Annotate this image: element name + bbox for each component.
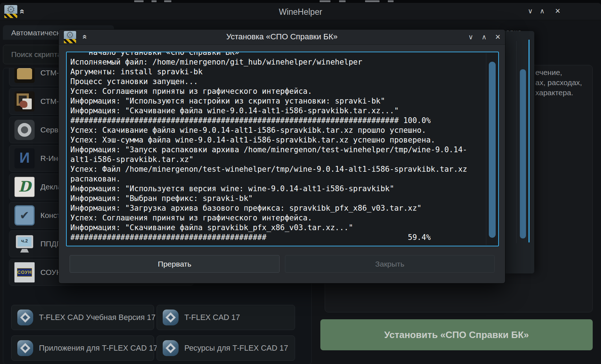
maximize-icon[interactable]: ∧ xyxy=(479,32,489,42)
background-dialog-edge xyxy=(505,31,534,273)
description-text-fragment: характера. xyxy=(535,88,573,97)
close-icon[interactable]: ✕ xyxy=(553,6,563,16)
main-window-title: WineHelper xyxy=(0,7,601,17)
background-window-fragment xyxy=(339,0,346,2)
minimize-icon[interactable]: ∨ xyxy=(525,6,535,16)
list-item-label: Конст xyxy=(40,202,61,228)
button-label: T-FLEX CAD 17 xyxy=(184,305,240,330)
installation-dialog: ⚙ « Установка «СПО Справки БК» ∨ ∧ ✕ нач… xyxy=(59,30,505,283)
description-text-fragment: ечение, xyxy=(535,68,562,77)
tflex-apps-button[interactable]: Приложения для T-FLEX CAD 17 xyxy=(11,336,154,361)
tflex-logo-icon xyxy=(17,310,33,325)
dialog-titlebar: ⚙ « Установка «СПО Справки БК» ∨ ∧ ✕ xyxy=(59,30,505,45)
focus-border-edge xyxy=(528,40,530,242)
letter-i-icon: И xyxy=(14,148,35,168)
tflex-cad-button[interactable]: T-FLEX CAD 17 xyxy=(157,305,295,330)
install-log-output[interactable]: начало установки «СПО Справки БК» Исполн… xyxy=(66,52,499,246)
install-spravki-bk-button[interactable]: Установить «СПО Справки БК» xyxy=(320,319,593,350)
stm-frame-icon xyxy=(14,91,35,111)
maximize-icon[interactable]: ∧ xyxy=(537,6,547,16)
log-text: начало установки «СПО Справки БК» Исполн… xyxy=(70,52,467,242)
close-icon[interactable]: ✕ xyxy=(493,32,503,42)
ring-icon xyxy=(14,120,35,140)
abort-button[interactable]: Прервать xyxy=(70,255,280,273)
background-window-fragment xyxy=(388,0,394,2)
button-label: Ресурсы для T-FLEX CAD 17 xyxy=(184,336,288,360)
main-titlebar: ⚙ « WineHelper ∨ ∧ ✕ xyxy=(0,3,601,20)
dialog-title: Установка «СПО Справки БК» xyxy=(59,32,505,41)
screen-check-icon: ✔ xyxy=(14,205,35,225)
background-window-fragment xyxy=(320,0,330,2)
tflex-resources-button[interactable]: Ресурсы для T-FLEX CAD 17 xyxy=(157,336,295,361)
description-text-fragment: ах, расходах, xyxy=(535,78,582,87)
tflex-cad-study-button[interactable]: T-FLEX CAD Учебная Версия 17 xyxy=(11,305,154,330)
tflex-logo-icon xyxy=(163,340,179,356)
tflex-logo-icon xyxy=(17,340,33,356)
scrollbar-track xyxy=(486,53,486,245)
button-label: Приложения для T-FLEX CAD 17 xyxy=(39,336,158,360)
background-window-fragment xyxy=(152,0,157,2)
scrollbar-track xyxy=(516,41,517,243)
background-window-fragment xyxy=(164,0,171,2)
soun-icon: СОУН xyxy=(14,262,35,282)
monitor-icon: ч.2 xyxy=(14,234,35,254)
button-label: T-FLEX CAD Учебная Версия 17 xyxy=(39,305,155,330)
scrollbar-thumb[interactable] xyxy=(520,69,526,238)
list-item-label: ППДГ xyxy=(40,231,61,257)
declaration-icon: D xyxy=(14,177,35,197)
tflex-logo-icon xyxy=(163,310,179,325)
minimize-icon[interactable]: ∨ xyxy=(466,32,476,42)
close-button-disabled[interactable]: Закрыть xyxy=(285,255,495,273)
background-window-fragment xyxy=(134,0,144,2)
background-window-fragment xyxy=(365,0,380,2)
scrollbar-thumb[interactable] xyxy=(489,62,496,238)
stm-archive-icon xyxy=(14,68,35,83)
